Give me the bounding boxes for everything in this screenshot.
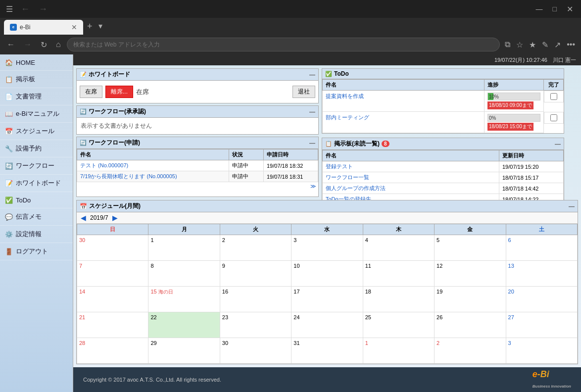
cal-cell[interactable]: 6 [506, 235, 577, 261]
todo-row2-checkbox[interactable] [550, 114, 557, 121]
cal-cell[interactable]: 19 [435, 287, 506, 312]
sidebar-item-memo[interactable]: 💬 伝言メモ [0, 208, 73, 226]
cal-cell[interactable]: 5 [435, 235, 506, 261]
wf-row1-name[interactable]: テスト (No.000007) [80, 162, 128, 168]
tab-title: e-Bi [20, 24, 30, 31]
cal-cell[interactable]: 10 [291, 261, 363, 287]
sidebar-item-todo[interactable]: ✅ ToDo [0, 192, 73, 208]
cal-cell[interactable]: 30 [77, 235, 148, 261]
workflow-icon: 🔄 [5, 162, 13, 170]
whiteboard-minimize-btn[interactable]: — [309, 71, 315, 78]
cal-cell[interactable]: 29 [148, 338, 220, 364]
calendar-week-4: 21 22 23 24 25 26 27 [77, 312, 578, 338]
wf-row2-name[interactable]: 7/19から長期休暇とります (No.000005) [80, 173, 177, 179]
tab-list-btn[interactable]: ▾ [97, 18, 104, 35]
cal-cell[interactable]: 30 [220, 338, 291, 364]
cal-cell[interactable]: 7 [77, 261, 148, 287]
cal-cell[interactable]: 2 [220, 235, 291, 261]
sidebar-label-docs: 文書管理 [16, 92, 42, 101]
sidebar-item-home[interactable]: 🏠 HOME [0, 54, 73, 71]
cal-cell[interactable]: 25 [363, 312, 434, 338]
sidebar-item-settings[interactable]: ⚙️ 設定情報 [0, 226, 73, 243]
bulletin-row3-name[interactable]: 個人グループの作成方法 [323, 183, 499, 194]
cal-cell[interactable]: 2 [435, 338, 506, 364]
cal-cell[interactable]: 20 [506, 287, 577, 312]
cal-cell[interactable]: 14 [77, 287, 148, 312]
todo-row1-name[interactable]: 提案資料を作成 [326, 93, 364, 99]
cal-cell[interactable]: 16 [220, 287, 291, 312]
cal-cell[interactable]: 3 [506, 338, 577, 364]
sidebar-item-bulletin[interactable]: 📋 掲示板 [0, 71, 73, 88]
sidebar-item-whiteboard[interactable]: 📝 ホワイトボード [0, 175, 73, 192]
cal-cell[interactable]: 3 [291, 235, 363, 261]
refresh-icon[interactable]: ↻ [38, 38, 50, 51]
home-icon[interactable]: ⌂ [53, 38, 64, 51]
checkout-btn[interactable]: 離席... [105, 86, 133, 98]
schedule-icon: 📅 [5, 127, 13, 135]
schedule-next-btn[interactable]: ▶ [112, 214, 118, 222]
todo-table: 件名 進捗 完了 提案資料を作成 [322, 79, 564, 133]
settings-icon[interactable]: ••• [565, 38, 577, 51]
split-view-icon[interactable]: ⧉ [503, 38, 512, 51]
more-icon[interactable]: ↗ [552, 38, 563, 51]
sidebar-label-equipment: 設備予約 [16, 144, 42, 153]
cal-cell[interactable]: 9 [220, 261, 291, 287]
minimize-btn[interactable]: — [532, 3, 547, 15]
schedule-prev-btn[interactable]: ◀ [81, 214, 86, 222]
cal-cell[interactable]: 23 [220, 312, 291, 338]
cal-cell[interactable]: 27 [506, 312, 577, 338]
cal-cell[interactable]: 17 [291, 287, 363, 312]
browser-menu-icon[interactable]: ☰ [4, 2, 15, 16]
workflow-more-link[interactable]: ≫ [77, 182, 318, 191]
sidebar-item-manual[interactable]: 📖 e-Biマニュアル [0, 105, 73, 123]
checkin-btn[interactable]: 在席 [80, 86, 102, 98]
cal-cell[interactable]: 21 [77, 312, 148, 338]
browser-back-btn[interactable]: ← [18, 3, 33, 15]
sidebar-item-equipment[interactable]: 🔧 設備予約 [0, 140, 73, 157]
sidebar-item-schedule[interactable]: 📅 スケジュール [0, 123, 73, 140]
cal-cell[interactable]: 4 [363, 235, 434, 261]
cal-cell[interactable]: 28 [77, 338, 148, 364]
schedule-minimize-btn[interactable]: — [569, 203, 575, 210]
cal-cell[interactable]: 11 [363, 261, 434, 287]
maximize-btn[interactable]: □ [549, 3, 561, 15]
cal-cell[interactable]: 24 [291, 312, 363, 338]
back-icon[interactable]: ← [4, 38, 18, 51]
forward-icon[interactable]: → [21, 38, 35, 51]
browser-forward-btn[interactable]: → [36, 3, 50, 15]
cal-cell[interactable]: 1 [363, 338, 434, 364]
cal-cell[interactable]: 18 [363, 287, 434, 312]
cal-cell[interactable]: 12 [435, 261, 506, 287]
workflow-application-title: ワークフロー(申請) [89, 139, 140, 147]
sidebar-item-docs[interactable]: 📄 文書管理 [0, 88, 73, 105]
cal-cell[interactable]: 26 [435, 312, 506, 338]
active-tab[interactable]: e e-Bi ✕ [4, 20, 83, 35]
cal-cell[interactable]: 15 海の日 [148, 287, 220, 312]
equipment-icon: 🔧 [5, 145, 13, 152]
address-icons: ⧉ ☆ ★ ✎ ↗ ••• [503, 38, 577, 51]
workflow-application-minimize-btn[interactable]: — [309, 140, 315, 147]
bulletin-row2-name[interactable]: ワークフロー一覧 [323, 172, 499, 183]
resign-btn[interactable]: 退社 [292, 86, 315, 98]
new-tab-btn[interactable]: + [83, 18, 97, 35]
bulletin-minimize-btn[interactable]: — [555, 141, 561, 147]
tab-close-btn[interactable]: ✕ [71, 23, 77, 31]
cal-cell-today[interactable]: 22 [148, 312, 220, 338]
schedule-nav: ◀ 2019/7 ▶ [77, 212, 578, 224]
address-input[interactable] [67, 38, 500, 51]
todo-row1-checkbox[interactable] [550, 93, 557, 100]
close-btn[interactable]: ✕ [563, 2, 577, 16]
cal-cell[interactable]: 8 [148, 261, 220, 287]
cal-cell[interactable]: 31 [291, 338, 363, 364]
sidebar-item-workflow[interactable]: 🔄 ワークフロー [0, 157, 73, 175]
todo-row2-name[interactable]: 部内ミーティング [326, 114, 369, 120]
workflow-approval-minimize-btn[interactable]: — [309, 108, 315, 115]
sidebar-item-logout[interactable]: 🚪 ログアウト [0, 243, 73, 260]
collections-icon[interactable]: ★ [527, 38, 538, 51]
cal-cell[interactable]: 13 [506, 261, 577, 287]
cal-cell[interactable]: 1 [148, 235, 220, 261]
bulletin-row1-name[interactable]: 登録テスト [323, 161, 499, 172]
share-icon[interactable]: ✎ [540, 38, 550, 51]
todo-row1-deadline: 18/08/10 09:00まで [487, 101, 533, 109]
favorites-icon[interactable]: ☆ [514, 38, 525, 51]
